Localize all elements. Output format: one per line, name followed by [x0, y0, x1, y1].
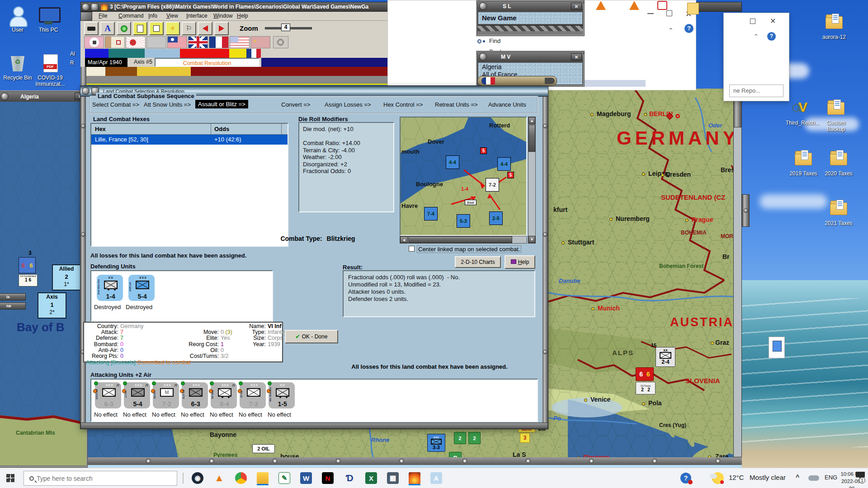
cone-icon[interactable] — [629, 1, 639, 10]
window-menu-knob[interactable] — [82, 3, 90, 11]
subphase-step[interactable]: Assign Losses => — [325, 101, 371, 108]
flag-button[interactable]: ⚐ — [182, 22, 196, 35]
search-box[interactable]: ne Repo... — [729, 84, 783, 97]
text-labels-button[interactable]: A — [100, 22, 115, 35]
allied-control-box[interactable]: Allied 2 1* — [52, 264, 81, 291]
unit-counter-button[interactable] — [133, 22, 147, 35]
ok-done-button[interactable]: ✔OK - Done — [285, 330, 338, 343]
map-scroll-thumb[interactable] — [733, 98, 742, 127]
unit-counter[interactable]: XX2nd Mot Div1-4 — [97, 275, 123, 301]
desktop-icon[interactable]: Custom Backup — [819, 99, 853, 132]
map-unit-counter[interactable]: 66 — [636, 367, 654, 381]
find-label[interactable]: Find — [489, 38, 500, 44]
map-unit-counter[interactable]: R — [449, 452, 462, 457]
taskbar-app-wif[interactable] — [407, 471, 422, 485]
dialog-menu-knob[interactable] — [82, 87, 90, 95]
subphase-step[interactable]: Assault or Blitz => — [195, 100, 248, 108]
menu-info[interactable]: Info — [148, 13, 157, 19]
hexes-table[interactable]: Hex Odds Lille, France [52, 30]+10 (42:6… — [90, 123, 288, 247]
help-icon[interactable]: ? — [767, 32, 776, 41]
minimap-counter[interactable]: 5 — [480, 147, 487, 154]
axis-control-box[interactable]: Axis 1 2* — [38, 292, 66, 319]
taskbar-app-aurora[interactable]: A — [429, 471, 444, 485]
hex-column-header[interactable]: Hex — [95, 126, 106, 132]
minimap-counter[interactable]: Emil — [465, 200, 476, 205]
unit-counter[interactable]: XXXVI Inf7-3 — [240, 382, 266, 408]
taskbar-app-vlc[interactable]: ▲ — [212, 471, 227, 485]
explorer-window[interactable]: ✕ ⌃ ? ne Repo... — [723, 13, 789, 101]
close-icon[interactable]: ✕ — [770, 17, 776, 25]
minimap-hscrollbar[interactable]: ◄ — [400, 236, 527, 244]
flag-china[interactable] — [167, 36, 187, 48]
onedrive-icon[interactable] — [808, 475, 819, 481]
weather-temp[interactable]: 12°C — [729, 474, 744, 481]
globe-button[interactable] — [273, 36, 288, 48]
mv-close-icon[interactable]: ✕ — [571, 53, 582, 61]
taskbar-app-word[interactable]: W — [298, 471, 314, 485]
minimap-vscroll-thumb[interactable] — [528, 125, 535, 152]
combat-minimap[interactable]: RotterdDovermouthBoulogneHavre 4-44-4557… — [400, 117, 527, 236]
flag-usa[interactable] — [230, 36, 250, 48]
search-box[interactable] — [24, 471, 177, 486]
taskbar-app-calculator[interactable]: ▦ — [385, 471, 401, 485]
taskbar-app-explorer[interactable] — [255, 471, 270, 485]
minimap-scroll-down-button[interactable]: ▼ — [528, 236, 535, 243]
minimap-vscrollbar[interactable]: ▲ ▼ — [528, 117, 536, 244]
window-restore-knob[interactable] — [91, 3, 99, 11]
menu-help[interactable]: Help — [237, 13, 248, 19]
unit-counter[interactable]: XX4th Mot Div1-5 — [269, 382, 295, 408]
center-map-label[interactable]: Center linked map on selected combat. — [417, 245, 521, 253]
prev-button[interactable] — [198, 22, 212, 35]
unit-counter[interactable]: RXXXVII Mot8-4 — [211, 382, 237, 408]
desktop-icon[interactable]: This PC — [32, 5, 65, 33]
start-button[interactable] — [6, 474, 14, 482]
odds-column-header[interactable]: Odds — [214, 126, 229, 132]
minimap-hscroll-thumb[interactable] — [408, 236, 512, 243]
sl-close-icon[interactable]: ✕ — [571, 3, 582, 10]
word-doc-icon[interactable] — [687, 3, 699, 14]
minimap-counter[interactable]: 7-2 — [486, 178, 499, 192]
desktop-icon[interactable]: Recycle Bin — [1, 53, 34, 81]
pdf-icon[interactable] — [657, 1, 667, 10]
unit-counter-alt-button[interactable] — [149, 22, 164, 35]
minimap-counter[interactable]: 4-4 — [446, 155, 459, 169]
unit-counter[interactable]: RXXXLI Inf5-4 — [124, 382, 150, 408]
sl-menu-knob[interactable] — [479, 2, 487, 10]
axis-marker-button[interactable] — [117, 22, 131, 35]
flag-france[interactable] — [209, 36, 229, 48]
minimize-icon[interactable] — [647, 13, 654, 14]
menu-command[interactable]: Command — [118, 13, 143, 19]
subphase-step[interactable]: Convert => — [281, 101, 310, 108]
minimap-counter[interactable]: 4-4 — [497, 157, 511, 171]
help-icon[interactable]: ? — [684, 24, 693, 33]
taskbar-app-disney[interactable]: Ɗ — [342, 471, 357, 485]
map-marker[interactable]: 3 — [520, 433, 530, 443]
map-unit-counter[interactable]: 2 — [468, 432, 481, 444]
cone-icon[interactable] — [596, 1, 606, 10]
minimap-counter[interactable]: 5-3 — [457, 214, 470, 228]
sl-window[interactable]: S L ✕ New Game — [476, 0, 585, 36]
subphase-step[interactable]: Hex Control => — [383, 101, 423, 108]
minimap-counter[interactable]: 5 — [507, 172, 514, 178]
algeria-menu-knob[interactable] — [1, 93, 9, 100]
algeria-window[interactable]: Algeria ✕ Bay of B Cantabrian Mts 3 56 C… — [0, 90, 88, 468]
taskbar-app-chrome[interactable] — [233, 471, 249, 485]
unit-counter[interactable]: RXXXBerlinM7-2 — [153, 382, 179, 408]
subphase-step[interactable]: Select Combat => — [92, 101, 139, 108]
subphase-step[interactable]: Retreat Units => — [435, 101, 478, 108]
desktop-icon[interactable]: 2021 Taxes — [822, 199, 855, 226]
taskbar-app-excel[interactable]: X — [363, 471, 379, 485]
mini-window-bar[interactable]: is — [0, 293, 26, 300]
weather-icon[interactable] — [712, 472, 724, 484]
menu-interface[interactable]: Interface — [186, 13, 208, 19]
subphase-step[interactable]: Att Snow Units => — [144, 101, 191, 108]
land-combat-dialog[interactable]: Land Combat Selection & Resolution Land … — [80, 86, 548, 429]
map-unit-counter[interactable]: CA Trento2 2 — [636, 382, 656, 394]
desktop-icon[interactable]: User — [1, 5, 34, 33]
mv-list-item[interactable]: Algeria — [482, 63, 582, 71]
flag-japan[interactable] — [126, 36, 146, 48]
minimap-counter[interactable]: 2-5 — [489, 211, 503, 225]
desktop-icon[interactable]: 2019 Taxes — [787, 149, 820, 177]
flag-neutral[interactable] — [146, 36, 166, 48]
mv-menu-knob[interactable] — [479, 53, 487, 61]
